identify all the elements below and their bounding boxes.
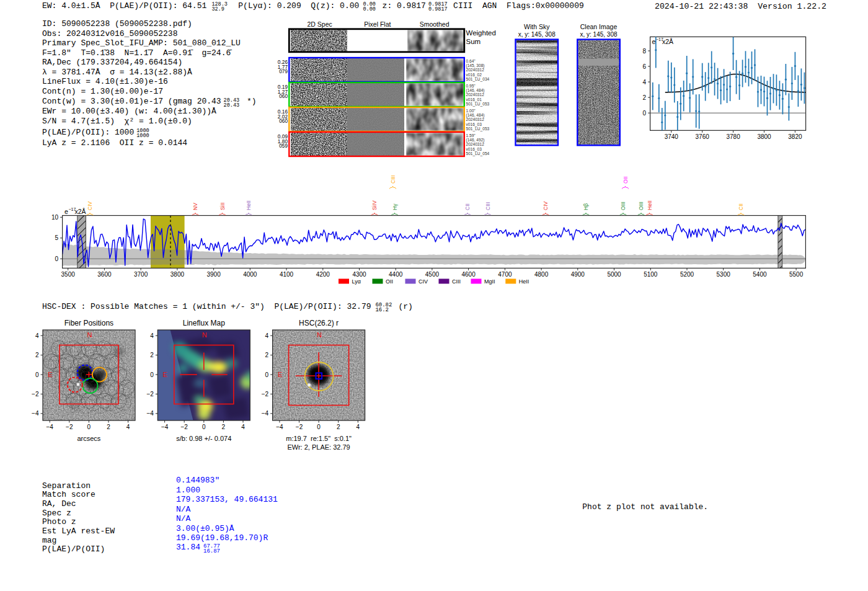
svg-text:NV: NV [192,203,198,210]
svg-text:Separation: Separation [42,481,91,491]
svg-text:EW: 4.0±1.5Å P(LAE)/P(OII): 6: EW: 4.0±1.5Å P(LAE)/P(OII): 64.51 [42,1,206,11]
svg-text:2: 2 [337,424,340,430]
svg-text:2D Spec: 2D Spec [307,20,332,28]
svg-text:x, y: 145, 308: x, y: 145, 308 [580,31,617,38]
svg-text:501_LU_034: 501_LU_034 [466,77,490,82]
svg-text:arcsecs: arcsecs [77,435,100,442]
svg-text:Clean Image: Clean Image [580,23,618,30]
svg-text:2: 2 [35,352,39,358]
svg-text:0: 0 [317,424,321,430]
svg-text:−4: −4 [146,410,154,417]
svg-text:CIV: CIV [418,278,428,285]
svg-text:E: E [278,371,282,378]
svg-text:Phot z plot not available.: Phot z plot not available. [582,502,708,512]
svg-text:Weighted: Weighted [466,29,496,37]
svg-text:060: 060 [279,118,288,124]
svg-text:RA,Dec (179.337204,49.664154): RA,Dec (179.337204,49.664154) [42,58,182,67]
svg-text:HeII: HeII [246,200,252,210]
svg-text:20240312: 20240312 [466,142,485,146]
svg-text:2: 2 [150,352,154,358]
svg-text:16.2: 16.2 [375,307,389,313]
svg-text:Obs: 20240312v016_5090052238: Obs: 20240312v016_5090052238 [42,29,177,38]
svg-text:4000: 4000 [243,271,257,278]
svg-text:MgII: MgII [484,278,495,285]
svg-text:E: E [48,371,52,378]
svg-text:20.43: 20.43 [224,102,240,109]
svg-text:x2Å: x2Å [75,208,86,215]
svg-text:P(Lyα): 0.209 Q(z): 0.00: P(Lyα): 0.209 Q(z): 0.00 [238,1,359,11]
svg-text:10: 10 [51,214,59,221]
svg-text:3780: 3780 [726,133,740,140]
svg-text:2024-10-21 22:43:38 Version 1: 2024-10-21 22:43:38 Version 1.22.2 [655,2,826,11]
svg-text:x2Å: x2Å [662,38,673,45]
svg-text:0.00: 0.00 [363,6,376,12]
svg-text:−4: −4 [161,424,169,430]
svg-text:5300: 5300 [717,271,731,278]
svg-text:20240312: 20240312 [466,117,485,122]
svg-text:N/A: N/A [176,514,191,523]
svg-text:m:19.7 re:1.5" s:0.1": m:19.7 re:1.5" s:0.1" [286,435,352,442]
svg-text:CIII: CIII [485,202,491,210]
svg-text:CII: CII [738,203,744,210]
svg-text:HSC-DEX : Possible Matches = 1: HSC-DEX : Possible Matches = 1 (within +… [42,302,371,311]
svg-text:Pixel Flat: Pixel Flat [364,20,391,28]
svg-text:5400: 5400 [753,271,767,278]
svg-text:N: N [317,331,322,339]
svg-text:Spec z: Spec z [42,509,71,518]
svg-text:1.00": 1.00" [466,109,476,113]
svg-text:−2: −2 [262,391,269,398]
svg-text:s/b: 0.98 +/- 0.074: s/b: 0.98 +/- 0.074 [176,435,231,442]
svg-text:4: 4 [241,424,245,430]
svg-text:SiIV: SiIV [371,200,378,210]
svg-text:3600: 3600 [97,271,112,278]
svg-text:0: 0 [150,371,154,378]
svg-text:ID: 5090052238 (5090052238.pdf: ID: 5090052238 (5090052238.pdf) [42,19,192,29]
svg-text:16.87: 16.87 [203,548,220,554]
svg-text:4600: 4600 [461,271,476,278]
svg-text:0.95": 0.95" [466,84,476,88]
svg-text:OIII: OIII [620,202,626,210]
svg-text:0.64": 0.64" [466,59,476,63]
svg-text:Lineflux Map: Lineflux Map [183,319,225,327]
svg-text:059: 059 [279,143,288,149]
svg-text:3820: 3820 [788,133,802,140]
svg-text:060: 060 [279,93,288,99]
svg-text:RA, Dec: RA, Dec [42,499,76,509]
svg-text:CIII AGN Flags:0x00000009: CIII AGN Flags:0x00000009 [453,1,584,11]
svg-text:CIII: CIII [452,278,461,285]
svg-text:P(LAE)/P(OII): 1000: P(LAE)/P(OII): 1000 [42,128,134,137]
svg-text:2: 2 [107,424,110,430]
svg-text:0: 0 [202,424,206,430]
svg-text:0: 0 [87,424,91,430]
svg-text:4: 4 [150,332,154,339]
svg-text:4: 4 [643,79,647,86]
svg-text:−2: −2 [180,424,188,430]
svg-text:4: 4 [265,332,269,339]
svg-text:3.00(±0.95)Å: 3.00(±0.95)Å [176,524,234,533]
svg-text:0: 0 [35,371,39,378]
svg-text:3740: 3740 [665,133,679,140]
svg-text:LineFlux = 4.10(±1.30)e-16: LineFlux = 4.10(±1.30)e-16 [42,77,168,86]
svg-text:Hγ: Hγ [392,203,398,210]
svg-text:Lyα: Lyα [352,278,361,285]
svg-text:2: 2 [265,352,269,358]
svg-text:−2: −2 [146,391,154,398]
svg-text:31.84: 31.84 [176,543,200,552]
svg-text:CIII: CIII [390,176,396,184]
svg-text:HeII: HeII [647,200,653,210]
svg-text:8: 8 [643,48,647,55]
svg-text:Match score: Match score [42,490,95,499]
svg-text:CII: CII [464,203,471,210]
svg-text:Photo z: Photo z [42,517,76,527]
svg-text:501_LU_053: 501_LU_053 [466,127,490,131]
svg-text:3500: 3500 [61,271,76,278]
svg-text:SiII: SiII [219,203,226,210]
svg-text:N: N [87,331,92,339]
svg-text:4200: 4200 [316,271,330,278]
svg-text:Smoothed: Smoothed [420,20,450,28]
svg-text:OII: OII [622,177,629,184]
svg-text:−2: −2 [32,391,39,398]
svg-text:Cont(w) = 3.30(±0.01)e-17 (gma: Cont(w) = 3.30(±0.01)e-17 (gmag 20.43 [42,97,221,106]
svg-text:HeII: HeII [519,278,529,285]
svg-text:e: e [64,208,68,215]
